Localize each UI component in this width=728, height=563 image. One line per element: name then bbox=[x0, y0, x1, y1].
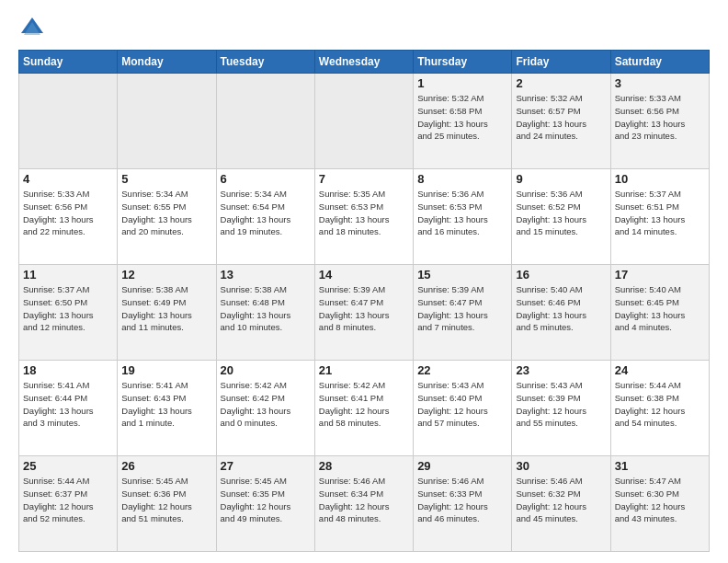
page: SundayMondayTuesdayWednesdayThursdayFrid… bbox=[0, 0, 728, 563]
day-info: Sunrise: 5:38 AMSunset: 6:48 PMDaylight:… bbox=[221, 283, 311, 334]
day-number: 4 bbox=[23, 172, 113, 186]
calendar-header: SundayMondayTuesdayWednesdayThursdayFrid… bbox=[19, 51, 710, 74]
day-info: Sunrise: 5:44 AMSunset: 6:37 PMDaylight:… bbox=[23, 475, 113, 525]
calendar-cell: 17Sunrise: 5:40 AMSunset: 6:45 PMDayligh… bbox=[610, 265, 709, 361]
day-number: 11 bbox=[23, 268, 113, 282]
header bbox=[18, 15, 710, 42]
calendar-cell: 24Sunrise: 5:44 AMSunset: 6:38 PMDayligh… bbox=[610, 361, 709, 456]
calendar-table: SundayMondayTuesdayWednesdayThursdayFrid… bbox=[18, 50, 710, 552]
calendar-cell bbox=[19, 74, 118, 169]
calendar-cell: 16Sunrise: 5:40 AMSunset: 6:46 PMDayligh… bbox=[512, 265, 610, 361]
day-number: 6 bbox=[221, 172, 311, 186]
calendar-cell: 29Sunrise: 5:46 AMSunset: 6:33 PMDayligh… bbox=[414, 456, 512, 552]
day-info: Sunrise: 5:41 AMSunset: 6:43 PMDaylight:… bbox=[121, 379, 211, 430]
day-number: 25 bbox=[23, 459, 113, 473]
day-info: Sunrise: 5:35 AMSunset: 6:53 PMDaylight:… bbox=[319, 188, 409, 238]
calendar-week-2: 4Sunrise: 5:33 AMSunset: 6:56 PMDaylight… bbox=[19, 169, 710, 265]
calendar-cell: 22Sunrise: 5:43 AMSunset: 6:40 PMDayligh… bbox=[414, 361, 512, 456]
day-number: 14 bbox=[319, 268, 409, 282]
weekday-header-sunday: Sunday bbox=[19, 51, 118, 74]
weekday-header-saturday: Saturday bbox=[610, 51, 709, 74]
weekday-row: SundayMondayTuesdayWednesdayThursdayFrid… bbox=[19, 51, 710, 74]
day-info: Sunrise: 5:34 AMSunset: 6:54 PMDaylight:… bbox=[221, 188, 311, 238]
day-number: 5 bbox=[121, 172, 211, 186]
day-number: 10 bbox=[615, 172, 705, 186]
calendar-week-1: 1Sunrise: 5:32 AMSunset: 6:58 PMDaylight… bbox=[19, 74, 710, 169]
day-number: 28 bbox=[319, 459, 409, 473]
day-number: 15 bbox=[417, 268, 507, 282]
day-info: Sunrise: 5:40 AMSunset: 6:45 PMDaylight:… bbox=[615, 283, 705, 334]
day-info: Sunrise: 5:34 AMSunset: 6:55 PMDaylight:… bbox=[121, 188, 211, 238]
calendar-cell: 1Sunrise: 5:32 AMSunset: 6:58 PMDaylight… bbox=[414, 74, 512, 169]
calendar-cell bbox=[118, 74, 216, 169]
calendar-cell: 31Sunrise: 5:47 AMSunset: 6:30 PMDayligh… bbox=[610, 456, 709, 552]
day-info: Sunrise: 5:36 AMSunset: 6:53 PMDaylight:… bbox=[417, 188, 507, 238]
calendar-week-4: 18Sunrise: 5:41 AMSunset: 6:44 PMDayligh… bbox=[19, 361, 710, 456]
day-info: Sunrise: 5:45 AMSunset: 6:36 PMDaylight:… bbox=[121, 475, 211, 525]
day-number: 3 bbox=[615, 76, 705, 90]
day-number: 13 bbox=[221, 268, 311, 282]
day-info: Sunrise: 5:39 AMSunset: 6:47 PMDaylight:… bbox=[319, 283, 409, 334]
weekday-header-tuesday: Tuesday bbox=[216, 51, 314, 74]
calendar-week-3: 11Sunrise: 5:37 AMSunset: 6:50 PMDayligh… bbox=[19, 265, 710, 361]
day-info: Sunrise: 5:32 AMSunset: 6:58 PMDaylight:… bbox=[417, 92, 507, 143]
calendar-cell: 18Sunrise: 5:41 AMSunset: 6:44 PMDayligh… bbox=[19, 361, 118, 456]
day-number: 23 bbox=[516, 363, 606, 377]
calendar-cell: 20Sunrise: 5:42 AMSunset: 6:42 PMDayligh… bbox=[216, 361, 314, 456]
day-info: Sunrise: 5:41 AMSunset: 6:44 PMDaylight:… bbox=[23, 379, 113, 430]
calendar-cell: 8Sunrise: 5:36 AMSunset: 6:53 PMDaylight… bbox=[414, 169, 512, 265]
calendar-week-5: 25Sunrise: 5:44 AMSunset: 6:37 PMDayligh… bbox=[19, 456, 710, 552]
calendar-cell: 14Sunrise: 5:39 AMSunset: 6:47 PMDayligh… bbox=[314, 265, 413, 361]
day-info: Sunrise: 5:42 AMSunset: 6:41 PMDaylight:… bbox=[319, 379, 409, 430]
calendar-body: 1Sunrise: 5:32 AMSunset: 6:58 PMDaylight… bbox=[19, 74, 710, 552]
calendar-cell: 4Sunrise: 5:33 AMSunset: 6:56 PMDaylight… bbox=[19, 169, 118, 265]
day-info: Sunrise: 5:36 AMSunset: 6:52 PMDaylight:… bbox=[516, 188, 606, 238]
calendar-cell: 3Sunrise: 5:33 AMSunset: 6:56 PMDaylight… bbox=[610, 74, 709, 169]
calendar-cell: 6Sunrise: 5:34 AMSunset: 6:54 PMDaylight… bbox=[216, 169, 314, 265]
calendar-cell: 25Sunrise: 5:44 AMSunset: 6:37 PMDayligh… bbox=[19, 456, 118, 552]
calendar-cell bbox=[314, 74, 413, 169]
day-info: Sunrise: 5:46 AMSunset: 6:34 PMDaylight:… bbox=[319, 475, 409, 525]
calendar-cell: 10Sunrise: 5:37 AMSunset: 6:51 PMDayligh… bbox=[610, 169, 709, 265]
logo bbox=[18, 15, 50, 42]
calendar-cell bbox=[216, 74, 314, 169]
day-info: Sunrise: 5:39 AMSunset: 6:47 PMDaylight:… bbox=[417, 283, 507, 334]
calendar-cell: 19Sunrise: 5:41 AMSunset: 6:43 PMDayligh… bbox=[118, 361, 216, 456]
calendar-cell: 11Sunrise: 5:37 AMSunset: 6:50 PMDayligh… bbox=[19, 265, 118, 361]
day-number: 20 bbox=[221, 363, 311, 377]
day-number: 8 bbox=[417, 172, 507, 186]
day-number: 12 bbox=[121, 268, 211, 282]
weekday-header-friday: Friday bbox=[512, 51, 610, 74]
day-number: 24 bbox=[615, 363, 705, 377]
day-info: Sunrise: 5:46 AMSunset: 6:32 PMDaylight:… bbox=[516, 475, 606, 525]
day-info: Sunrise: 5:43 AMSunset: 6:39 PMDaylight:… bbox=[516, 379, 606, 430]
day-number: 21 bbox=[319, 363, 409, 377]
day-number: 27 bbox=[221, 459, 311, 473]
day-info: Sunrise: 5:33 AMSunset: 6:56 PMDaylight:… bbox=[23, 188, 113, 238]
calendar-cell: 5Sunrise: 5:34 AMSunset: 6:55 PMDaylight… bbox=[118, 169, 216, 265]
calendar-cell: 2Sunrise: 5:32 AMSunset: 6:57 PMDaylight… bbox=[512, 74, 610, 169]
day-info: Sunrise: 5:37 AMSunset: 6:51 PMDaylight:… bbox=[615, 188, 705, 238]
day-number: 2 bbox=[516, 76, 606, 90]
day-number: 31 bbox=[615, 459, 705, 473]
logo-icon bbox=[18, 15, 46, 42]
day-info: Sunrise: 5:47 AMSunset: 6:30 PMDaylight:… bbox=[615, 475, 705, 525]
day-number: 22 bbox=[417, 363, 507, 377]
calendar-cell: 26Sunrise: 5:45 AMSunset: 6:36 PMDayligh… bbox=[118, 456, 216, 552]
day-info: Sunrise: 5:45 AMSunset: 6:35 PMDaylight:… bbox=[221, 475, 311, 525]
day-info: Sunrise: 5:40 AMSunset: 6:46 PMDaylight:… bbox=[516, 283, 606, 334]
day-number: 29 bbox=[417, 459, 507, 473]
day-info: Sunrise: 5:37 AMSunset: 6:50 PMDaylight:… bbox=[23, 283, 113, 334]
day-info: Sunrise: 5:38 AMSunset: 6:49 PMDaylight:… bbox=[121, 283, 211, 334]
day-number: 16 bbox=[516, 268, 606, 282]
day-number: 7 bbox=[319, 172, 409, 186]
day-number: 26 bbox=[121, 459, 211, 473]
calendar-cell: 23Sunrise: 5:43 AMSunset: 6:39 PMDayligh… bbox=[512, 361, 610, 456]
weekday-header-monday: Monday bbox=[118, 51, 216, 74]
day-info: Sunrise: 5:43 AMSunset: 6:40 PMDaylight:… bbox=[417, 379, 507, 430]
day-number: 9 bbox=[516, 172, 606, 186]
calendar-cell: 28Sunrise: 5:46 AMSunset: 6:34 PMDayligh… bbox=[314, 456, 413, 552]
calendar-cell: 12Sunrise: 5:38 AMSunset: 6:49 PMDayligh… bbox=[118, 265, 216, 361]
day-number: 30 bbox=[516, 459, 606, 473]
day-info: Sunrise: 5:33 AMSunset: 6:56 PMDaylight:… bbox=[615, 92, 705, 143]
